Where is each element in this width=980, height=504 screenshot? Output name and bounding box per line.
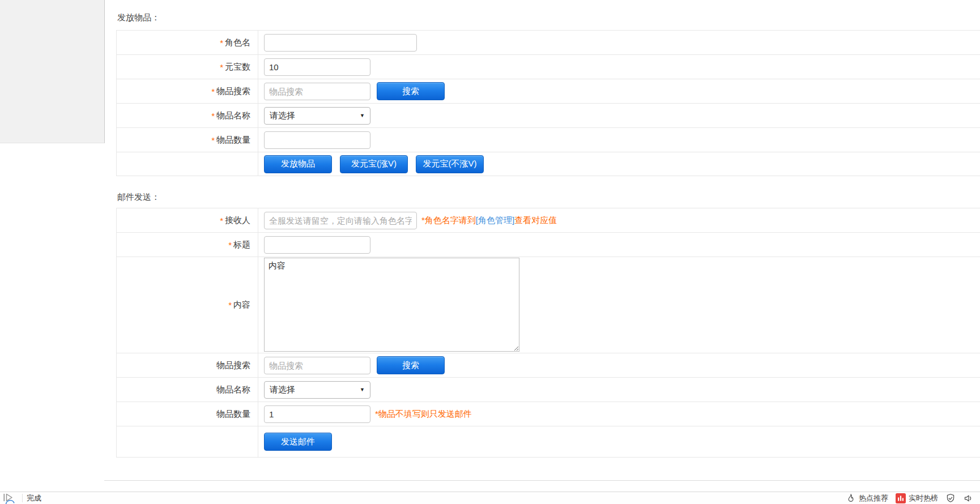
mail-item-search-button[interactable]: 搜索 xyxy=(377,356,445,374)
issue-items-button[interactable]: 发放物品 xyxy=(264,155,332,173)
row-label-cell: 物品搜索 xyxy=(117,353,258,377)
statusbar-item-chart-badge[interactable]: 实时热榜 xyxy=(896,493,938,503)
row-label-cell xyxy=(117,426,258,457)
statusbar-item-speaker[interactable] xyxy=(963,493,973,503)
chevron-down-icon: ▼ xyxy=(360,113,365,118)
row-label-cell: *物品搜索 xyxy=(117,79,258,103)
row-label-cell: *标题 xyxy=(117,233,258,257)
browser-status-bar: 完成 热点推荐实时热榜 xyxy=(0,492,980,504)
send-mail-button[interactable]: 发送邮件 xyxy=(264,433,332,451)
field-hint: *角色名字请到[角色管理]查看对应值 xyxy=(421,215,557,226)
sidebar-panel xyxy=(0,0,105,143)
send-yuanbao-no-vip-button[interactable]: 发元宝(不涨V) xyxy=(416,155,484,173)
row-field-cell xyxy=(258,31,980,54)
row-field-cell: 搜索 xyxy=(258,353,980,377)
form-content: 发放物品：*角色名*元宝数*物品搜索搜索*物品名称请选择▼*物品数量发放物品发元… xyxy=(116,0,980,458)
row-field-cell xyxy=(258,257,980,353)
shield-check-icon xyxy=(945,493,956,503)
required-asterisk: * xyxy=(220,38,223,48)
form-row-yuanbao-count: *元宝数 xyxy=(117,55,980,79)
form-row-mail-item-name: 物品名称请选择▼ xyxy=(117,378,980,402)
row-label-cell: 物品数量 xyxy=(117,402,258,426)
mail-item-quantity-input[interactable] xyxy=(264,405,370,423)
statusbar-item-shield-check[interactable] xyxy=(945,493,956,503)
section-title-mail-send: 邮件发送： xyxy=(116,192,980,202)
hint-text: *角色名字请到 xyxy=(421,215,476,225)
form-row-recipient: *接收人*角色名字请到[角色管理]查看对应值 xyxy=(117,208,980,233)
content-divider xyxy=(104,480,980,481)
statusbar-item-label: 热点推荐 xyxy=(859,493,888,503)
field-label: 物品数量 xyxy=(216,409,250,420)
chart-badge-icon xyxy=(896,493,906,503)
section-title-issue-items: 发放物品： xyxy=(116,12,980,23)
item-search-button[interactable]: 搜索 xyxy=(377,82,445,100)
row-label-cell: *物品名称 xyxy=(117,104,258,127)
hint-text: 查看对应值 xyxy=(514,215,557,225)
field-label: 标题 xyxy=(233,240,250,250)
select-value: 请选择 xyxy=(270,385,295,395)
row-field-cell xyxy=(258,55,980,79)
item-search-input[interactable] xyxy=(264,83,370,100)
form-row-issue-actions: 发放物品发元宝(涨V)发元宝(不涨V) xyxy=(117,152,980,176)
form-row-item-name: *物品名称请选择▼ xyxy=(117,104,980,128)
field-hint: *物品不填写则只发送邮件 xyxy=(375,409,472,420)
role-name-input[interactable] xyxy=(264,34,417,52)
row-field-cell: *角色名字请到[角色管理]查看对应值 xyxy=(258,208,980,232)
mail-title-input[interactable] xyxy=(264,236,370,254)
required-asterisk: * xyxy=(228,300,232,310)
page-status-text: 完成 xyxy=(27,493,41,503)
form-section-mail-send: 邮件发送：*接收人*角色名字请到[角色管理]查看对应值*标题*内容物品搜索搜索物… xyxy=(116,192,980,458)
row-label-cell: *内容 xyxy=(117,257,258,353)
row-field-cell: 发送邮件 xyxy=(258,426,980,457)
field-label: 物品名称 xyxy=(216,385,250,395)
form-section-issue-items: 发放物品：*角色名*元宝数*物品搜索搜索*物品名称请选择▼*物品数量发放物品发元… xyxy=(116,12,980,176)
row-label-cell: *接收人 xyxy=(117,208,258,232)
field-label: 接收人 xyxy=(225,215,250,226)
form-row-mail-actions: 发送邮件 xyxy=(117,426,980,458)
chevron-down-icon: ▼ xyxy=(360,387,365,392)
row-field-cell xyxy=(258,128,980,152)
row-field-cell: 请选择▼ xyxy=(258,378,980,402)
row-label-cell: *角色名 xyxy=(117,31,258,54)
form-row-mail-item-search: 物品搜索搜索 xyxy=(117,353,980,378)
row-field-cell: 发放物品发元宝(涨V)发元宝(不涨V) xyxy=(258,152,980,176)
form-row-item-quantity: *物品数量 xyxy=(117,128,980,152)
field-label: 内容 xyxy=(233,300,250,310)
form-table-issue-items: *角色名*元宝数*物品搜索搜索*物品名称请选择▼*物品数量发放物品发元宝(涨V)… xyxy=(116,30,980,176)
page-loading-status-icon xyxy=(2,492,20,504)
form-row-mail-title: *标题 xyxy=(117,233,980,257)
statusbar-left: 完成 xyxy=(2,492,41,504)
item-name-select[interactable]: 请选择▼ xyxy=(264,107,370,125)
statusbar-separator xyxy=(22,494,23,502)
statusbar-item-flame[interactable]: 热点推荐 xyxy=(846,493,888,503)
form-row-role-name: *角色名 xyxy=(117,31,980,55)
field-label: 角色名 xyxy=(225,37,250,48)
form-row-mail-content: *内容 xyxy=(117,257,980,353)
mail-item-search-input[interactable] xyxy=(264,357,370,374)
field-label: 元宝数 xyxy=(225,62,250,72)
mail-content-textarea[interactable] xyxy=(264,258,519,352)
field-label: 物品名称 xyxy=(216,110,250,121)
send-yuanbao-vip-button[interactable]: 发元宝(涨V) xyxy=(340,155,408,173)
row-field-cell xyxy=(258,233,980,257)
statusbar-right: 热点推荐实时热榜 xyxy=(838,492,973,504)
mail-item-name-select[interactable]: 请选择▼ xyxy=(264,381,370,399)
recipient-hint-link[interactable]: [角色管理] xyxy=(476,215,514,225)
field-label: 物品数量 xyxy=(216,135,250,146)
row-label-cell: *物品数量 xyxy=(117,128,258,152)
required-asterisk: * xyxy=(228,240,232,250)
row-label-cell: *元宝数 xyxy=(117,55,258,79)
form-row-mail-item-quantity: 物品数量*物品不填写则只发送邮件 xyxy=(117,402,980,426)
item-quantity-input[interactable] xyxy=(264,131,370,149)
required-asterisk: * xyxy=(220,216,223,225)
form-row-item-search: *物品搜索搜索 xyxy=(117,79,980,104)
row-label-cell: 物品名称 xyxy=(117,378,258,402)
recipient-input[interactable] xyxy=(264,212,417,229)
required-asterisk: * xyxy=(211,135,215,145)
row-field-cell: 请选择▼ xyxy=(258,104,980,127)
select-value: 请选择 xyxy=(270,110,295,121)
flame-icon xyxy=(846,493,856,503)
speaker-icon xyxy=(963,493,973,503)
field-label: 物品搜索 xyxy=(216,360,250,371)
yuanbao-count-input[interactable] xyxy=(264,58,370,76)
